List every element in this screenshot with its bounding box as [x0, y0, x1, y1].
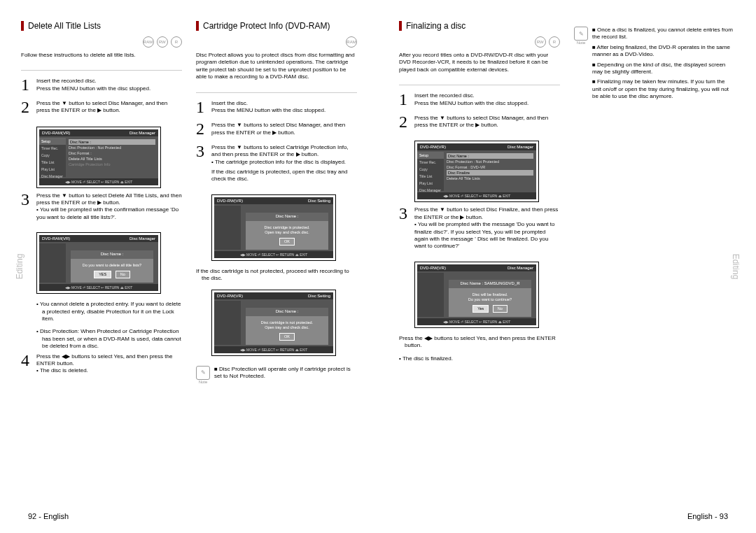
- step-2: 2 Press the ▼ buttons to select Disc Man…: [399, 115, 560, 130]
- osd-side-item: Play List: [417, 180, 444, 187]
- osd-row: Disc Name :: [447, 153, 533, 159]
- step-1: 1 Insert the disc. Press the MENU button…: [196, 100, 357, 115]
- osd-footer: ◀▶ MOVE ⏎ SELECT ↩ RETURN ⏏ EXIT: [214, 251, 333, 258]
- step-text: • You will be prompted with the confirma…: [36, 206, 182, 221]
- osd-screenshot: DVD-RAM(VR) Disc Manager Disc Name : Do …: [36, 232, 161, 294]
- section-cartridge: Cartridge Protect Info (DVD-RAM) RAM Dis…: [196, 21, 357, 497]
- osd-yes-button: Yes: [472, 305, 489, 313]
- step-text: Press the MENU button with the disc stop…: [211, 107, 357, 114]
- step-text: Insert the disc.: [211, 100, 357, 107]
- red-bar-icon: [21, 21, 24, 31]
- osd-side-item: Timer Rec.: [39, 145, 66, 152]
- step-number: 2: [399, 115, 414, 130]
- osd-side-item: Copy: [39, 152, 66, 159]
- step-text: If the disc cartridge is not protected, …: [196, 268, 357, 283]
- osd-ok-button: OK: [279, 333, 295, 341]
- divider: [399, 85, 560, 85]
- intro-b: Disc Protect allows you to protect discs…: [196, 52, 357, 81]
- bullet-text: • You cannot delete a protected entry. I…: [36, 301, 182, 322]
- osd-title-right: Disc Manager: [507, 145, 533, 149]
- page-right: Editing Finalizing a disc RW R After you…: [378, 0, 756, 533]
- section-finalize: Finalizing a disc RW R After you record …: [399, 21, 560, 497]
- osd-title-right: Disc Manager: [130, 236, 155, 241]
- bullet-text: • Disc Protection: When Protected or Car…: [36, 328, 182, 350]
- step-number: 2: [196, 122, 211, 137]
- section-delete-all: Delete All Title Lists RAM RW R Follow t…: [21, 21, 182, 497]
- osd-dlg-line: Open tray and check disc.: [248, 230, 326, 235]
- osd-footer: ◀▶ MOVE ⏎ SELECT ↩ RETURN ⏏ EXIT: [417, 192, 536, 199]
- step-text: • The cartridge protection info for the …: [211, 159, 357, 166]
- divider: [196, 92, 357, 93]
- osd-dlg-title: Disc Name :: [246, 213, 328, 221]
- disc-icon: RW: [157, 36, 168, 48]
- step-text: Press the ▼ button to select Delete All …: [36, 192, 182, 207]
- osd-dlg-title: Disc Name :: [71, 250, 153, 259]
- osd-side-item: Timer Rec.: [417, 159, 444, 166]
- osd-ok-button: OK: [279, 238, 295, 246]
- heading-delete: Delete All Title Lists: [21, 21, 182, 31]
- step-3: 3 Press the ▼ button to select Disc Fina…: [399, 206, 560, 250]
- disc-icons-c: RW R: [399, 36, 560, 48]
- osd-title-right: Disc Manager: [507, 266, 533, 270]
- pencil-icon: ✎: [196, 366, 210, 380]
- step-text: Press the ▼ buttons to select Disc Manag…: [211, 122, 357, 137]
- step-number: 3: [196, 144, 211, 183]
- note-item: ■ Depending on the kind of disc, the dis…: [592, 62, 735, 76]
- heading-delete-text: Delete All Title Lists: [28, 21, 101, 31]
- bullet-text: • The disc is finalized.: [399, 355, 560, 362]
- osd-title-left: DVD-RAM(VR): [42, 131, 70, 135]
- osd-dlg-msg: Do you want to delete all title lists?: [74, 263, 150, 268]
- osd-dlg-line: Disc cartridge is protected.: [248, 225, 326, 230]
- step-text: Press the ▼ button to select Disc Manage…: [36, 100, 182, 115]
- osd-title-right: Disc Setting: [308, 294, 330, 298]
- step-text: Press the ▼ buttons to select Disc Manag…: [414, 115, 560, 130]
- step-3: 3 Press the ▼ buttons to select Cartridg…: [196, 144, 357, 183]
- page-footer-left: 92 - English: [28, 512, 69, 520]
- osd-side-item: Title List: [39, 159, 66, 166]
- divider: [21, 70, 182, 71]
- disc-icon: R: [549, 36, 560, 48]
- osd-side-item: Setup: [39, 138, 66, 145]
- disc-icons-b: RAM: [196, 36, 357, 48]
- step-3: 3 Press the ▼ button to select Delete Al…: [21, 192, 182, 222]
- osd-title-left: DVD-RW(VR): [217, 199, 243, 203]
- step-text: Insert the recorded disc.: [414, 92, 560, 99]
- step-text: Press the MENU button with the disc stop…: [414, 100, 560, 107]
- osd-dlg-title: Disc Name : SAMSUNGDVD_R: [449, 280, 531, 288]
- osd-screenshot: DVD-RW(VR) Disc Setting Disc Name : Disc…: [211, 194, 336, 261]
- osd-row: Disc Name :: [69, 139, 155, 145]
- red-bar-icon: [196, 21, 199, 31]
- osd-screenshot: DVD-RAM(VR) Disc Manager Setup Timer Rec…: [36, 127, 161, 188]
- step-1: 1 Insert the recorded disc. Press the ME…: [399, 92, 560, 108]
- osd-row: Delete All Title Lists: [69, 156, 155, 162]
- heading-finalize: Finalizing a disc: [399, 21, 560, 31]
- osd-title-left: DVD-RW(VR): [420, 266, 446, 270]
- pencil-icon: ✎: [574, 27, 588, 41]
- osd-yes-button: YES: [94, 271, 111, 278]
- step-number: 1: [21, 78, 36, 93]
- osd-row: Disc Protection : Not Protected: [69, 145, 155, 150]
- note-item: ■ Once a disc is finalized, you cannot d…: [592, 27, 735, 41]
- step-text: If the disc cartridge is protected, open…: [211, 169, 357, 183]
- step-1: 1 Insert the recorded disc. Press the ME…: [21, 78, 182, 93]
- step-number: 2: [21, 100, 36, 115]
- disc-icons-a: RAM RW R: [21, 36, 182, 48]
- osd-title-left: DVD-RW(VR): [217, 294, 243, 298]
- osd-screenshot: DVD-RW(VR) Disc Setting Disc Name : Disc…: [211, 290, 336, 356]
- osd-row: Cartridge Protection Info: [69, 162, 155, 167]
- osd-side-item: Setup: [417, 152, 444, 159]
- intro-c: After you record titles onto a DVD-RW/DV…: [399, 52, 560, 73]
- note-item: ■ Finalizing may be taken few minutes. I…: [592, 78, 735, 100]
- step-4: 4 Press the ◀▶ buttons to select Yes, an…: [21, 353, 182, 375]
- step-2: 2 Press the ▼ buttons to select Disc Man…: [196, 122, 357, 137]
- note-label: Note: [196, 380, 210, 384]
- intro-a: Follow these instructions to delete all …: [21, 52, 182, 59]
- note-label: Note: [574, 41, 588, 45]
- osd-no-button: No: [493, 305, 507, 313]
- disc-icon: RW: [535, 36, 546, 48]
- osd-title-left: DVD-RW(VR): [420, 145, 446, 149]
- step-text: Press the ◀▶ buttons to select Yes, and …: [36, 353, 182, 368]
- osd-dlg-line: Disc cartridge is not protected.: [248, 320, 326, 325]
- step-text: • You will be prompted with the message …: [414, 221, 560, 250]
- red-bar-icon: [399, 21, 402, 31]
